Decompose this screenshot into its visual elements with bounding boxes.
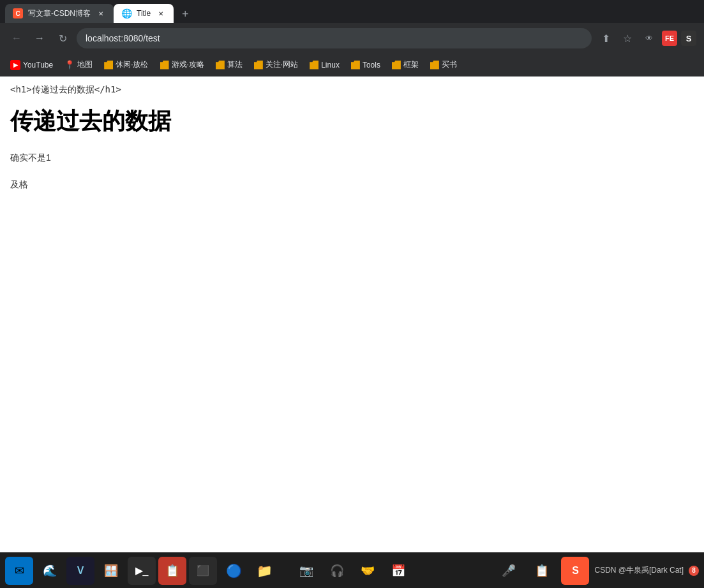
s-extension-icon[interactable]: S — [681, 31, 696, 46]
taskbar-terminal[interactable]: ▶_ — [128, 557, 156, 585]
forward-icon: → — [34, 33, 45, 44]
page-paragraph-2: 及格 — [10, 179, 694, 191]
v-icon: V — [77, 565, 84, 577]
framework-folder-icon — [392, 61, 401, 70]
bookmark-follow-label: 关注·网站 — [266, 59, 298, 70]
new-tab-button[interactable]: + — [176, 5, 194, 23]
collab-icon: 🤝 — [361, 564, 375, 578]
page-source-hint: <h1>传递过去的数据</h1> — [10, 84, 694, 96]
page-content: <h1>传递过去的数据</h1> 传递过去的数据 确实不是1 及格 — [0, 77, 704, 552]
follow-folder-icon — [254, 61, 263, 70]
games-folder-icon — [160, 61, 169, 70]
linux-folder-icon — [310, 61, 318, 70]
bookmark-linux-label: Linux — [321, 61, 340, 70]
bookmark-linux[interactable]: Linux — [304, 58, 345, 72]
bookmark-map-label: 地图 — [77, 59, 93, 70]
camera-icon: 📷 — [299, 564, 313, 578]
back-icon: ← — [11, 33, 22, 44]
edge-icon: 🌊 — [43, 564, 57, 578]
books-folder-icon — [430, 61, 439, 70]
tools-folder-icon — [351, 61, 360, 70]
taskbar-left: ✉ 🌊 V 🪟 ▶_ 📋 ⬛ 🔵 📁 — [5, 557, 292, 585]
refresh-icon: ↻ — [59, 33, 67, 45]
reader-mode-icon[interactable]: 👁 — [640, 29, 658, 47]
bookmark-relax[interactable]: 休闲·放松 — [99, 57, 153, 73]
address-input[interactable] — [77, 28, 592, 48]
page-heading: 传递过去的数据 — [10, 106, 694, 137]
forward-button[interactable]: → — [31, 29, 49, 47]
chrome-icon: 🔵 — [226, 563, 242, 578]
taskbar-app6[interactable]: 📋 — [158, 557, 186, 585]
taskbar-center: 📷 🎧 🤝 📅 — [292, 557, 412, 585]
taskbar-calendar[interactable]: 📅 — [384, 557, 412, 585]
taskbar-mic[interactable]: 🎤 — [495, 557, 523, 585]
mic-icon: 🎤 — [502, 564, 516, 578]
youtube-favicon: ▶ — [10, 60, 20, 70]
tab-csdn[interactable]: C 写文章-CSDN博客 ✕ — [5, 4, 114, 23]
bookmark-youtube[interactable]: ▶ YouTube — [5, 57, 58, 73]
taskbar-files[interactable]: 📁 — [250, 557, 278, 585]
taskbar-mail[interactable]: ✉ — [5, 557, 33, 585]
taskbar-clipboard[interactable]: 📋 — [528, 557, 556, 585]
taskbar-headset[interactable]: 🎧 — [323, 557, 351, 585]
refresh-button[interactable]: ↻ — [54, 29, 71, 47]
address-bar: ← → ↻ ⬆ ☆ 👁 FE S — [0, 23, 704, 54]
csdn-s-icon: S — [572, 565, 579, 577]
csdn-label: CSDN @牛泉禹[Dark Cat] — [594, 565, 684, 576]
tab-bar: C 写文章-CSDN博客 ✕ 🌐 Title ✕ + — [0, 0, 704, 23]
taskbar-v[interactable]: V — [66, 557, 94, 585]
bookmark-games-label: 游戏·攻略 — [172, 59, 204, 70]
tab-title-label: Title — [137, 9, 151, 18]
bookmark-framework[interactable]: 框架 — [387, 57, 424, 73]
tab-title-close[interactable]: ✕ — [156, 8, 166, 18]
terminal-icon: ▶_ — [135, 564, 149, 577]
taskbar-collab[interactable]: 🤝 — [354, 557, 382, 585]
taskbar-right: 🎤 📋 S CSDN @牛泉禹[Dark Cat] 8 — [412, 557, 700, 585]
calendar-icon: 📅 — [391, 564, 405, 578]
tab-title-favicon: 🌐 — [121, 8, 131, 18]
page-paragraph-1: 确实不是1 — [10, 152, 694, 164]
files-icon: 📁 — [257, 563, 273, 578]
tab-title[interactable]: 🌐 Title ✕ — [114, 4, 174, 23]
bookmark-algo[interactable]: 算法 — [211, 57, 248, 73]
tab-csdn-label: 写文章-CSDN博客 — [28, 8, 91, 19]
tab-csdn-favicon: C — [13, 8, 23, 18]
bookmark-books-label: 买书 — [442, 59, 457, 70]
app6-icon: 📋 — [165, 564, 179, 578]
taskbar-store[interactable]: 🪟 — [97, 557, 125, 585]
fe-extension-icon[interactable]: FE — [662, 31, 677, 46]
bookmark-tools[interactable]: Tools — [346, 58, 386, 72]
bookmark-books[interactable]: 买书 — [425, 57, 462, 73]
taskbar: ✉ 🌊 V 🪟 ▶_ 📋 ⬛ 🔵 📁 📷 🎧 — [0, 552, 704, 588]
bookmark-relax-label: 休闲·放松 — [116, 59, 148, 70]
bookmarks-bar: ▶ YouTube 📍 地图 休闲·放松 游戏·攻略 算法 关注·网站 Linu… — [0, 54, 704, 77]
bookmark-star-icon[interactable]: ☆ — [618, 29, 636, 47]
toolbar-icons: ⬆ ☆ 👁 FE S — [597, 29, 696, 47]
store-icon: 🪟 — [104, 564, 118, 578]
share-icon[interactable]: ⬆ — [597, 29, 615, 47]
headset-icon: 🎧 — [330, 564, 344, 578]
taskbar-intellij[interactable]: ⬛ — [189, 557, 217, 585]
algo-folder-icon — [216, 61, 225, 70]
bookmark-framework-label: 框架 — [403, 59, 419, 70]
bookmark-games[interactable]: 游戏·攻略 — [155, 57, 209, 73]
mail-icon: ✉ — [15, 564, 24, 578]
taskbar-camera[interactable]: 📷 — [292, 557, 320, 585]
taskbar-chrome[interactable]: 🔵 — [220, 557, 248, 585]
bookmark-youtube-label: YouTube — [23, 61, 53, 70]
bookmark-follow[interactable]: 关注·网站 — [249, 57, 303, 73]
taskbar-csdn-icon[interactable]: S — [561, 557, 589, 585]
taskbar-edge[interactable]: 🌊 — [36, 557, 64, 585]
bookmark-algo-label: 算法 — [227, 59, 243, 70]
relax-folder-icon — [104, 61, 113, 70]
clipboard-icon: 📋 — [535, 564, 549, 578]
bookmark-tools-label: Tools — [363, 61, 380, 70]
map-favicon: 📍 — [64, 60, 75, 70]
tab-csdn-close[interactable]: ✕ — [96, 8, 106, 18]
notification-badge[interactable]: 8 — [689, 566, 699, 576]
intellij-icon: ⬛ — [197, 564, 209, 577]
bookmark-map[interactable]: 📍 地图 — [59, 57, 98, 73]
back-button[interactable]: ← — [8, 29, 26, 47]
